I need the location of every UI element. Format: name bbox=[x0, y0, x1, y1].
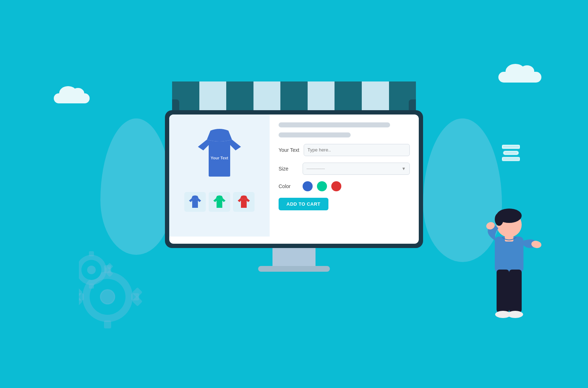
deco-lines bbox=[502, 144, 520, 165]
svg-rect-33 bbox=[495, 237, 523, 272]
monitor-wrapper: Your Text bbox=[165, 110, 423, 272]
svg-rect-1 bbox=[504, 151, 518, 154]
color-dots bbox=[303, 181, 341, 191]
tshirt-main-image: Your Text bbox=[187, 122, 252, 186]
svg-rect-17 bbox=[89, 251, 94, 256]
color-field-row: Color bbox=[279, 181, 410, 191]
svg-point-16 bbox=[87, 266, 96, 274]
svg-rect-34 bbox=[505, 234, 513, 242]
svg-point-40 bbox=[507, 311, 523, 318]
text-input[interactable] bbox=[304, 144, 410, 156]
svg-rect-29 bbox=[241, 200, 247, 208]
chevron-down-icon: ▼ bbox=[402, 166, 406, 171]
svg-rect-0 bbox=[502, 145, 520, 148]
svg-rect-38 bbox=[509, 270, 522, 313]
svg-rect-18 bbox=[89, 284, 94, 289]
monitor: Your Text bbox=[165, 110, 423, 248]
size-field-row: Size ────── ▼ bbox=[279, 163, 410, 175]
svg-rect-28 bbox=[217, 200, 222, 208]
svg-rect-7 bbox=[104, 321, 111, 328]
product-panel: Your Text bbox=[169, 114, 270, 237]
color-dot-blue[interactable] bbox=[303, 181, 313, 191]
size-select-placeholder: ────── bbox=[307, 166, 325, 171]
skeleton-title bbox=[279, 122, 390, 127]
details-panel: Your Text Size ────── ▼ Color bbox=[270, 114, 419, 237]
skeleton-subtitle bbox=[279, 132, 351, 137]
gear-svg bbox=[79, 250, 158, 336]
svg-rect-2 bbox=[502, 158, 520, 160]
color-dot-red[interactable] bbox=[331, 181, 341, 191]
monitor-screen: Your Text bbox=[169, 114, 419, 244]
screen-content: Your Text bbox=[169, 114, 419, 237]
svg-rect-25 bbox=[209, 144, 230, 177]
gear-container bbox=[79, 250, 158, 338]
svg-rect-27 bbox=[192, 200, 198, 208]
size-select[interactable]: ────── ▼ bbox=[303, 163, 410, 175]
svg-point-32 bbox=[495, 213, 503, 226]
tshirt-thumbnails bbox=[184, 192, 255, 212]
svg-text:Your Text: Your Text bbox=[210, 156, 228, 160]
thumbnail-red[interactable] bbox=[233, 192, 255, 212]
svg-point-5 bbox=[100, 290, 115, 304]
thumb-red-svg bbox=[236, 194, 252, 209]
person-figure bbox=[473, 209, 545, 352]
thumb-green-svg bbox=[211, 194, 228, 209]
thumb-blue-svg bbox=[187, 194, 203, 209]
text-field-row: Your Text bbox=[279, 144, 410, 156]
cloud-right bbox=[498, 72, 541, 83]
thumbnail-blue[interactable] bbox=[184, 192, 206, 212]
add-to-cart-button[interactable]: ADD TO CART bbox=[279, 198, 328, 210]
color-label: Color bbox=[279, 183, 298, 189]
monitor-stand bbox=[258, 266, 330, 272]
svg-rect-37 bbox=[497, 270, 509, 313]
cloud-left bbox=[54, 93, 90, 103]
color-dot-green[interactable] bbox=[317, 181, 327, 191]
size-label: Size bbox=[279, 166, 298, 172]
person-svg bbox=[473, 209, 545, 359]
text-label: Your Text bbox=[279, 147, 299, 153]
monitor-neck bbox=[272, 248, 316, 266]
main-tshirt-svg: Your Text bbox=[189, 123, 250, 184]
thumbnail-green[interactable] bbox=[209, 192, 230, 212]
